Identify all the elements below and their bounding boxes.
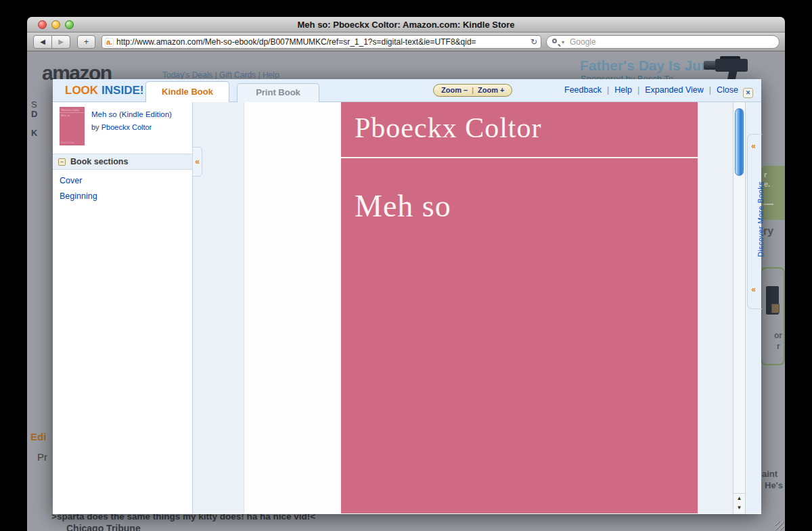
close-link[interactable]: Close	[717, 85, 738, 95]
help-link[interactable]: Help	[614, 85, 632, 95]
resize-grip[interactable]	[775, 522, 784, 530]
search-field[interactable]: ▾ Google	[546, 35, 780, 49]
collapse-left-icon: «	[751, 285, 756, 294]
right-page-fragment: aint	[762, 469, 777, 479]
discover-strip: « Discover More Books «	[745, 102, 761, 513]
reader-scrollbar[interactable]: ▲ ▼	[733, 102, 745, 513]
product-icon	[771, 304, 780, 313]
drill-image	[704, 53, 758, 82]
cover-author: Pboeckx Coltor	[341, 102, 698, 145]
address-bar[interactable]: a. http://www.amazon.com/Meh-so-ebook/dp…	[102, 35, 541, 49]
overlay-sidebar: Pboeckx Coltor Meh so Pboeckx Coltor Meh…	[53, 102, 193, 513]
scroll-down-button[interactable]: ▼	[734, 503, 745, 513]
search-icon	[552, 39, 557, 43]
scroll-down-icon: ▼	[737, 505, 742, 511]
book-sections-label: Book sections	[70, 157, 128, 166]
section-link-cover[interactable]: Cover	[60, 176, 192, 185]
book-thumbnail[interactable]: Pboeckx Coltor Meh so Pboeckx Coltor	[60, 107, 85, 145]
by-label: by	[91, 123, 99, 131]
search-dropdown-icon[interactable]: ▾	[562, 36, 564, 49]
book-title-link[interactable]: Meh so (Kindle Edition)	[91, 110, 172, 118]
collapse-left-icon: «	[195, 157, 200, 166]
forward-button[interactable]: ▶	[51, 35, 70, 49]
overlay-body: Pboeckx Coltor Meh so Pboeckx Coltor Meh…	[53, 102, 761, 513]
zoom-window-button[interactable]	[65, 20, 74, 29]
product-description-fragment: Pr	[37, 451, 47, 463]
book-cover: Pboeckx Coltor Meh so	[341, 102, 698, 513]
right-page-fragment: ry	[763, 225, 773, 237]
section-link-beginning[interactable]: Beginning	[60, 191, 192, 201]
left-page-fragment: K	[31, 128, 37, 138]
overlay-links: Feedback|Help|Expanded View|Close✕	[564, 79, 753, 101]
brand-look: LOOK	[65, 84, 98, 97]
title-bar[interactable]: Meh so: Pboeckx Coltor: Amazon.com: Kind…	[27, 17, 785, 32]
window-controls	[38, 20, 74, 29]
look-inside-brand: LOOKINSIDE!	[65, 79, 143, 101]
book-sections-header: − Book sections	[53, 154, 192, 170]
reload-icon[interactable]: ↻	[531, 36, 537, 49]
screen: Meh so: Pboeckx Coltor: Amazon.com: Kind…	[0, 0, 812, 531]
scroll-up-icon: ▲	[737, 495, 742, 501]
look-inside-overlay: LOOKINSIDE! Kindle Book Print Book Zoom …	[53, 79, 761, 514]
author-link[interactable]: Pboeckx Coltor	[102, 123, 152, 131]
sidebar-collapse-tab[interactable]: «	[192, 147, 202, 177]
right-rail-box: r e.	[761, 166, 785, 220]
editorial-reviews-fragment: Edi	[30, 431, 46, 442]
forward-icon: ▶	[58, 38, 64, 45]
feedback-link[interactable]: Feedback	[564, 85, 602, 95]
right-page-fragment: He's	[765, 480, 783, 490]
plus-icon: +	[84, 37, 89, 47]
browser-window: Meh so: Pboeckx Coltor: Amazon.com: Kind…	[27, 17, 785, 531]
minimize-window-button[interactable]	[51, 20, 60, 29]
tab-print-book[interactable]: Print Book	[237, 83, 319, 102]
url-text: http://www.amazon.com/Meh-so-ebook/dp/B0…	[116, 36, 528, 49]
amazon-favicon: a.	[105, 38, 114, 47]
browser-toolbar: ◀ ▶ + a. http://www.amazon.com/Meh-so-eb…	[27, 32, 785, 51]
close-icon[interactable]: ✕	[743, 88, 753, 98]
back-icon: ◀	[40, 38, 45, 45]
nav-buttons: ◀ ▶	[33, 35, 70, 49]
scroll-up-button[interactable]: ▲	[734, 494, 745, 503]
collapse-minus-icon[interactable]: −	[58, 158, 66, 166]
book-info: Pboeckx Coltor Meh so Pboeckx Coltor Meh…	[53, 102, 192, 145]
zoom-out-button[interactable]: Zoom –	[441, 86, 468, 94]
window-title: Meh so: Pboeckx Coltor: Amazon.com: Kind…	[27, 17, 785, 32]
cover-title: Meh so	[341, 158, 698, 224]
discover-collapse-bottom[interactable]: «	[746, 285, 761, 294]
right-rail-box: or r	[761, 267, 785, 365]
top-nav-fragment: Today's Deals | Gift Cards | Help	[162, 70, 279, 80]
collapse-left-icon: «	[751, 141, 756, 151]
zoom-controls: Zoom –|Zoom +	[433, 84, 512, 97]
review-source: Chicago Tribune	[66, 523, 141, 531]
close-window-button[interactable]	[38, 20, 47, 29]
overlay-header: LOOKINSIDE! Kindle Book Print Book Zoom …	[53, 79, 761, 102]
amazon-page-dimmed: amazon Today's Deals | Gift Cards | Help…	[27, 52, 785, 531]
zoom-separator: |	[472, 86, 474, 94]
expanded-view-link[interactable]: Expanded View	[645, 85, 704, 95]
reader-area: Pboeckx Coltor Meh so	[193, 102, 733, 513]
book-page: Pboeckx Coltor Meh so	[244, 102, 692, 513]
left-page-fragment: S	[31, 99, 37, 110]
left-page-fragment: D	[31, 109, 37, 119]
scrollbar-thumb[interactable]	[735, 108, 744, 176]
brand-inside: INSIDE!	[102, 84, 143, 97]
new-tab-button[interactable]: +	[77, 35, 95, 49]
tab-kindle-book[interactable]: Kindle Book	[145, 81, 229, 102]
search-placeholder: Google	[570, 36, 779, 49]
zoom-in-button[interactable]: Zoom +	[478, 86, 504, 94]
back-button[interactable]: ◀	[33, 35, 52, 49]
discover-collapse-top[interactable]: «	[746, 141, 761, 151]
discover-more-books-tab[interactable]: Discover More Books	[757, 181, 765, 257]
